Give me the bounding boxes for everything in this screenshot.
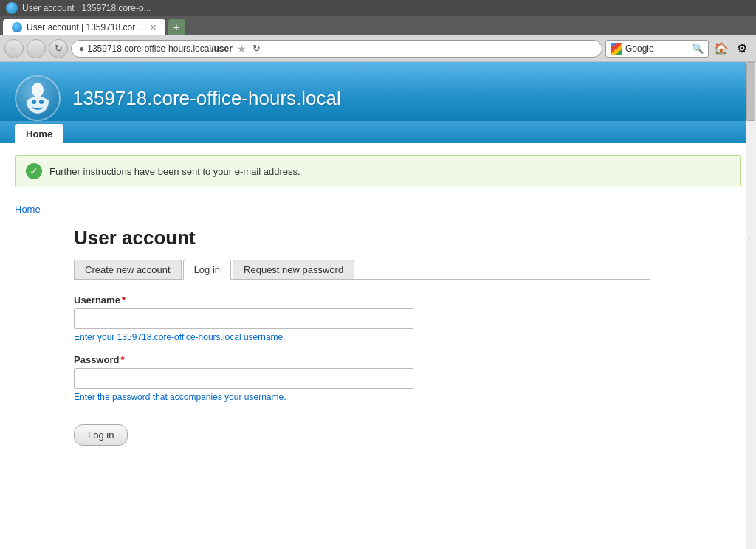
- active-tab[interactable]: User account | 1359718.core-o... ✕: [3, 19, 165, 35]
- login-form: Username* Enter your 1359718.core-office…: [74, 294, 650, 446]
- tab-title: User account | 1359718.core-o...: [27, 22, 145, 32]
- home-icon-button[interactable]: 🏠: [712, 39, 731, 58]
- refresh-button[interactable]: ↻: [49, 39, 68, 58]
- svg-point-1: [32, 100, 36, 104]
- scrollbar-thumb[interactable]: [746, 62, 755, 121]
- browser-titlebar: User account | 1359718.core-o...: [0, 0, 756, 16]
- password-group: Password* Enter the password that accomp…: [74, 354, 650, 402]
- search-magnifier-icon[interactable]: 🔍: [692, 43, 704, 54]
- tab-create-account[interactable]: Create new account: [74, 260, 182, 279]
- nav-bar: ← → ↻ ● 1359718.core-office-hours.local/…: [0, 35, 756, 62]
- username-input[interactable]: [74, 308, 413, 329]
- svg-point-0: [32, 83, 44, 97]
- search-provider-icon: [611, 43, 622, 55]
- tab-request-password[interactable]: Request new password: [233, 260, 354, 279]
- status-check-icon: ✓: [26, 163, 42, 179]
- tab-bar: User account | 1359718.core-o... ✕ +: [0, 16, 756, 35]
- password-required: *: [120, 354, 124, 365]
- search-input-text[interactable]: Google: [625, 44, 689, 54]
- url-text: 1359718.core-office-hours.local/user: [87, 44, 233, 54]
- username-required: *: [122, 294, 126, 305]
- status-text: Further instructions have been sent to y…: [49, 166, 300, 177]
- form-tabs: Create new account Log in Request new pa…: [74, 260, 650, 280]
- username-label: Username*: [74, 294, 650, 305]
- password-hint: Enter the password that accompanies your…: [74, 392, 650, 402]
- url-base: 1359718.core-office-hours.local: [87, 44, 211, 54]
- back-button[interactable]: ←: [4, 39, 24, 58]
- nav-item-home[interactable]: Home: [15, 124, 63, 143]
- main-content: User account Create new account Log in R…: [0, 219, 664, 460]
- tab-favicon: [12, 22, 22, 32]
- site-header: 1359718.core-office-hours.local: [0, 62, 756, 121]
- site-title: 1359718.core-office-hours.local: [72, 87, 341, 110]
- page-wrapper: 1359718.core-office-hours.local Home ✓ F…: [0, 62, 756, 549]
- url-bar[interactable]: ● 1359718.core-office-hours.local/user ★…: [71, 40, 602, 58]
- breadcrumb: Home: [0, 199, 756, 219]
- browser-favicon: [6, 2, 18, 14]
- new-tab-button[interactable]: +: [168, 19, 185, 35]
- svg-point-2: [39, 100, 44, 104]
- login-submit-button[interactable]: Log in: [74, 424, 128, 446]
- bookmark-icon[interactable]: ★: [237, 43, 247, 55]
- tab-close-icon[interactable]: ✕: [150, 23, 157, 32]
- url-refresh-icon[interactable]: ↻: [252, 43, 261, 54]
- breadcrumb-home-link[interactable]: Home: [15, 204, 41, 215]
- nav-extra-icons: 🏠 ⚙: [712, 39, 752, 58]
- status-message: ✓ Further instructions have been sent to…: [15, 155, 741, 187]
- site-navigation: Home: [0, 121, 756, 143]
- password-label: Password*: [74, 354, 650, 365]
- url-secure-icon: ●: [79, 44, 84, 54]
- site-logo: [15, 75, 61, 121]
- password-input[interactable]: [74, 368, 413, 389]
- browser-title: User account | 1359718.core-o...: [22, 3, 750, 13]
- extensions-icon-button[interactable]: ⚙: [732, 39, 752, 58]
- forward-button[interactable]: →: [27, 39, 46, 58]
- page-title: User account: [74, 227, 650, 249]
- scrollbar-resize-handle: ⋮: [746, 238, 753, 245]
- username-hint: Enter your 1359718.core-office-hours.loc…: [74, 332, 650, 342]
- search-bar[interactable]: Google 🔍: [605, 40, 709, 58]
- scrollbar[interactable]: [746, 62, 756, 549]
- username-group: Username* Enter your 1359718.core-office…: [74, 294, 650, 342]
- url-path: /user: [211, 44, 233, 54]
- tab-login[interactable]: Log in: [183, 260, 231, 280]
